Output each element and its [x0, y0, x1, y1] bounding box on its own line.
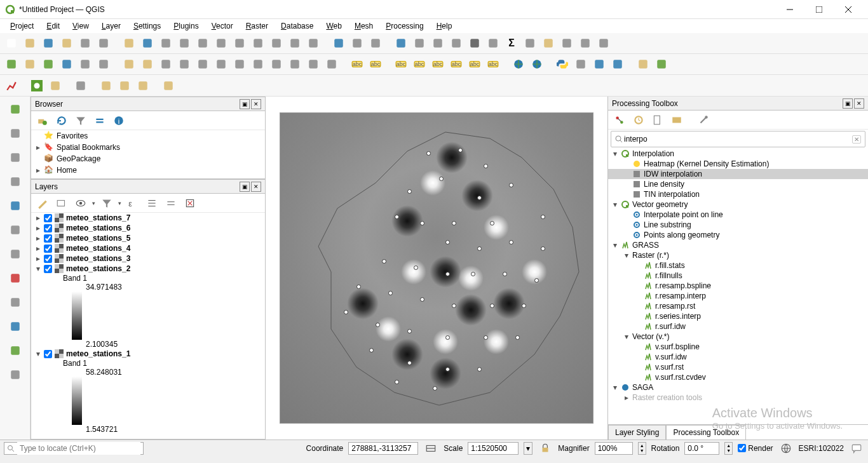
render-checkbox[interactable]	[738, 444, 746, 452]
expression-filter-icon[interactable]: ε	[125, 196, 140, 211]
minimize-button[interactable]	[775, 0, 804, 19]
toolbox-close-button[interactable]: ✕	[854, 98, 864, 109]
messages-icon[interactable]	[849, 441, 864, 456]
new-bookmark-icon[interactable]	[559, 36, 574, 51]
history-icon[interactable]	[631, 112, 646, 128]
close-button[interactable]	[834, 0, 863, 19]
filter-icon[interactable]	[73, 113, 88, 128]
open-project-icon[interactable]	[22, 36, 37, 51]
plugin-2-icon[interactable]	[592, 57, 607, 72]
toolbox-item[interactable]: r.surf.idw	[608, 321, 868, 332]
layers-tree[interactable]: ▸meteo_stations_7▸meteo_stations_6▸meteo…	[31, 213, 265, 439]
add-feature-icon[interactable]	[177, 57, 192, 72]
paste-features-icon[interactable]	[287, 57, 302, 72]
save-project-icon[interactable]	[41, 36, 56, 51]
zoom-full-icon[interactable]	[195, 36, 210, 51]
layer-visibility-checkbox[interactable]	[44, 265, 52, 273]
browser-item[interactable]: ▸🔖Spatial Bookmarks	[31, 142, 265, 153]
new-3d-view-icon[interactable]	[306, 36, 321, 51]
toolbox-item[interactable]: r.resamp.rst	[608, 301, 868, 311]
field-calc-icon[interactable]	[430, 36, 445, 51]
manage-visibility-icon[interactable]	[73, 196, 88, 211]
open-attr-table-icon[interactable]	[412, 36, 427, 51]
layer-item[interactable]: ▸meteo_stations_7	[31, 213, 265, 223]
copy-2-icon[interactable]	[117, 78, 132, 93]
menu-web[interactable]: Web	[321, 20, 346, 32]
plugin-4-icon[interactable]	[654, 57, 669, 72]
select-tool-icon[interactable]	[73, 78, 88, 93]
layer-item[interactable]: ▾meteo_stations_1	[31, 349, 265, 359]
osm-import-icon[interactable]	[529, 57, 545, 72]
expand-all-icon[interactable]	[144, 196, 159, 211]
new-print-layout-icon[interactable]	[59, 36, 74, 51]
pan-to-selection-icon[interactable]	[140, 36, 155, 51]
rotation-spinner[interactable]: ▲▼	[724, 442, 733, 455]
maximize-button[interactable]	[804, 0, 834, 19]
zoom-next-icon[interactable]	[269, 36, 284, 51]
clear-search-icon[interactable]: ✕	[852, 135, 861, 144]
measure-icon[interactable]	[485, 36, 501, 51]
mesh-layer-icon[interactable]	[6, 149, 24, 166]
menu-mesh[interactable]: Mesh	[349, 20, 378, 32]
toolbox-item[interactable]: ▾Vector geometry	[608, 199, 868, 210]
new-memory-icon[interactable]	[78, 57, 93, 72]
label-ctrl-3-icon[interactable]: abc	[449, 57, 464, 72]
label-tool-0-icon[interactable]: abc	[349, 57, 365, 72]
label-ctrl-1-icon[interactable]: abc	[412, 57, 427, 72]
rotation-input[interactable]	[684, 442, 719, 455]
label-ctrl-5-icon[interactable]: abc	[485, 57, 501, 72]
locator-input[interactable]	[17, 442, 140, 455]
toolbox-search[interactable]: ✕	[611, 131, 865, 147]
layer-visibility-checkbox[interactable]	[44, 255, 52, 263]
help-icon[interactable]	[610, 57, 625, 72]
toolbox-item[interactable]: ▾Raster (r.*)	[608, 250, 868, 260]
save-edits-icon[interactable]	[158, 57, 173, 72]
copy-3-icon[interactable]	[135, 78, 151, 93]
menu-plugins[interactable]: Plugins	[168, 20, 203, 32]
identify-icon[interactable]	[393, 36, 409, 51]
edit-script-icon[interactable]	[650, 112, 665, 128]
zoom-last-icon[interactable]	[250, 36, 266, 51]
stats-icon[interactable]	[467, 36, 482, 51]
tab-processing-toolbox[interactable]: Processing Toolbox	[666, 425, 746, 440]
layer-visibility-checkbox[interactable]	[44, 224, 52, 232]
toggle-extents-icon[interactable]	[423, 441, 438, 456]
label-ctrl-0-icon[interactable]: abc	[393, 57, 409, 72]
layer-visibility-checkbox[interactable]	[44, 350, 52, 358]
layer-visibility-checkbox[interactable]	[44, 245, 52, 253]
oracle-icon[interactable]	[6, 269, 24, 287]
map-tips-icon[interactable]	[541, 36, 556, 51]
label-ctrl-4-icon[interactable]: abc	[467, 57, 482, 72]
zoom-out-icon[interactable]	[177, 36, 192, 51]
toolbox-tree[interactable]: ▾InterpolationHeatmap (Kernel Density Es…	[608, 149, 868, 424]
toolbox-item[interactable]: v.surf.idw	[608, 352, 868, 362]
toolbox-item[interactable]: r.resamp.interp	[608, 291, 868, 301]
move-feature-icon[interactable]	[195, 57, 210, 72]
mssql-icon[interactable]	[6, 245, 24, 263]
toolbox-item[interactable]: r.resamp.bspline	[608, 281, 868, 291]
crs-icon[interactable]	[778, 441, 794, 456]
menu-vector[interactable]: Vector	[207, 20, 238, 32]
spatialite-icon[interactable]	[6, 221, 24, 239]
toolbox-search-input[interactable]	[623, 133, 852, 145]
undo-icon[interactable]	[306, 57, 321, 72]
properties-icon[interactable]: i	[111, 113, 126, 128]
refresh-icon[interactable]	[54, 113, 69, 128]
layer-visibility-checkbox[interactable]	[44, 214, 52, 222]
layer-item[interactable]: ▸meteo_stations_5	[31, 233, 265, 243]
layer-item[interactable]: ▸meteo_stations_4	[31, 243, 265, 253]
layers-close-button[interactable]: ✕	[251, 182, 261, 192]
osm-download-icon[interactable]	[511, 57, 526, 72]
python-console-icon[interactable]	[555, 57, 570, 72]
new-project-icon[interactable]	[4, 36, 19, 51]
zoom-selection-icon[interactable]	[214, 36, 229, 51]
wms-icon[interactable]	[6, 318, 24, 335]
show-bookmarks-icon[interactable]	[578, 36, 593, 51]
style-icon[interactable]	[35, 196, 50, 211]
layer-item[interactable]: ▾meteo_stations_2	[31, 264, 265, 274]
scale-input[interactable]	[468, 442, 519, 455]
toolbox-item[interactable]: Heatmap (Kernel Density Estimation)	[608, 159, 868, 169]
redo-icon[interactable]	[324, 57, 339, 72]
toggle-editing-icon[interactable]	[140, 57, 155, 72]
menu-raster[interactable]: Raster	[241, 20, 273, 32]
